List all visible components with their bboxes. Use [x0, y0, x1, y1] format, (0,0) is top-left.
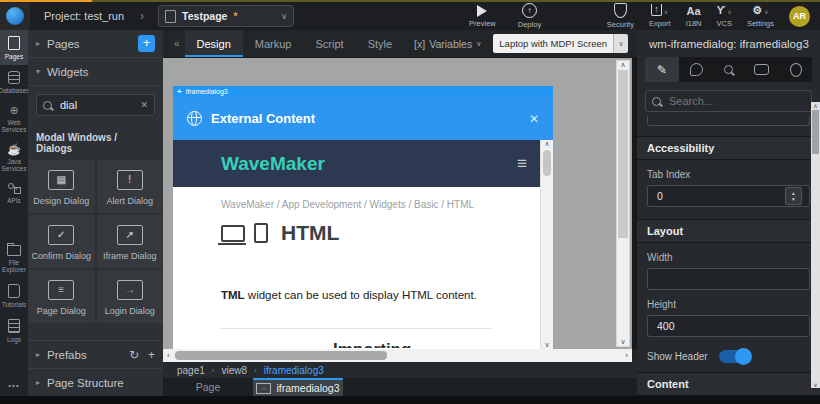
tab-properties-pencil-icon[interactable]: ✎	[645, 57, 679, 82]
search-icon	[43, 101, 52, 110]
scrollbar-thumb[interactable]	[175, 351, 387, 360]
widget-search-input[interactable]	[58, 98, 134, 112]
widget-design-dialog[interactable]: ▤ Design Dialog	[28, 160, 95, 213]
topbar-right-cluster: Security ↑∨ Export Aa I18N ϒ∨ VCS ⚙∨ Set…	[607, 3, 820, 29]
widgets-section-header[interactable]: ▾ Widgets	[28, 58, 163, 86]
breadcrumb-iframedialog3[interactable]: iframedialog3	[264, 365, 324, 376]
gear-icon: ⚙	[752, 4, 762, 16]
bottom-tab-iframedialog3[interactable]: ↔ iframedialog3	[253, 378, 343, 396]
device-selector[interactable]: Laptop with MDPI Screen ∨	[493, 34, 628, 53]
canvas-vertical-scrollbar[interactable]: ∧ ∨	[616, 60, 630, 347]
rail-more-button[interactable]: •••	[0, 375, 28, 396]
tab-script[interactable]: Script	[304, 30, 356, 57]
iframe-body: WaveMaker / App Development / Widgets / …	[173, 187, 553, 348]
scroll-up-icon[interactable]: ∧	[544, 140, 549, 148]
section-content[interactable]: Content	[637, 372, 820, 396]
widget-iframe-dialog[interactable]: ↗ Iframe Dialog	[97, 215, 164, 268]
stepper-down-icon[interactable]: ▾	[792, 196, 795, 202]
rail-item-databases[interactable]: Databases	[0, 65, 28, 99]
selected-widget-tag[interactable]: + iframedialog3	[173, 86, 553, 97]
clear-search-icon[interactable]: ✕	[140, 100, 148, 110]
chevron-down-icon: ∨	[281, 12, 287, 21]
rail-item-apis[interactable]: APIs	[0, 177, 28, 209]
rail-item-java-services[interactable]: ☕ Java Services	[0, 138, 28, 177]
widget-search-box[interactable]: ✕	[36, 94, 155, 116]
add-prefab-icon[interactable]: +	[148, 349, 155, 361]
width-input[interactable]	[655, 272, 802, 286]
height-field[interactable]	[647, 315, 810, 337]
property-search-input[interactable]	[667, 94, 805, 108]
caret-down-icon: ∨	[764, 8, 768, 15]
export-button[interactable]: ↑∨ Export	[649, 4, 671, 28]
tab-design[interactable]: Design	[185, 30, 243, 57]
vcs-button[interactable]: ϒ∨ VCS	[716, 4, 731, 28]
scroll-down-icon[interactable]: ∨	[544, 341, 549, 349]
page-selector[interactable]: Testpage * ∨	[158, 5, 294, 27]
scrollbar-thumb[interactable]	[543, 150, 551, 176]
preview-button[interactable]: Preview	[469, 5, 496, 28]
dialog-header[interactable]: External Content ✕	[173, 97, 553, 140]
user-avatar[interactable]: AR	[789, 6, 810, 27]
number-stepper[interactable]: ▴ ▾	[785, 187, 802, 205]
scrollbar-thumb[interactable]	[812, 110, 819, 154]
properties-scrollbar[interactable]: ∧ ∨	[811, 102, 820, 388]
close-icon[interactable]: ✕	[529, 112, 539, 126]
security-shield-icon[interactable]	[790, 63, 802, 77]
scroll-down-icon[interactable]: ∨	[620, 338, 625, 346]
wavemaker-logo[interactable]	[0, 2, 30, 30]
add-page-button[interactable]: +	[138, 35, 155, 52]
width-field[interactable]	[647, 268, 810, 290]
center-workspace: « Design Markup Script Style [x] Variabl…	[163, 30, 637, 396]
canvas-horizontal-scrollbar[interactable]: ‹ ›	[163, 349, 632, 362]
scroll-up-icon[interactable]: ∧	[813, 102, 817, 109]
i18n-button[interactable]: Aa I18N	[686, 5, 702, 28]
prefabs-section-header[interactable]: ▸ Prefabs ↻ +	[28, 340, 163, 369]
canvas-page[interactable]: + iframedialog3 External Content ✕ WaveM…	[173, 86, 553, 349]
pages-section-header[interactable]: ▸ Pages +	[28, 30, 163, 58]
show-header-toggle[interactable]	[719, 350, 751, 363]
property-search-box[interactable]	[645, 90, 812, 112]
rail-item-file-explorer[interactable]: File Explorer	[0, 236, 28, 278]
tab-index-field[interactable]: ▴ ▾	[647, 185, 810, 207]
shield-icon	[614, 3, 627, 18]
widget-page-dialog[interactable]: ≡ Page Dialog	[28, 270, 95, 323]
property-search-wrap	[645, 90, 812, 112]
breadcrumb-view8[interactable]: view8	[221, 365, 247, 376]
settings-button[interactable]: ⚙∨ Settings	[747, 4, 774, 28]
hamburger-menu-icon[interactable]: ≡	[517, 154, 527, 174]
widget-search-wrap: ✕	[28, 86, 163, 124]
iframe-scrollbar[interactable]: ∧ ∨	[540, 140, 553, 349]
widget-login-dialog[interactable]: → Login Dialog	[97, 270, 164, 323]
rail-label: APIs	[7, 197, 21, 204]
bottom-tab-page[interactable]: Page	[163, 378, 253, 396]
tab-index-input[interactable]	[655, 189, 781, 203]
scroll-up-icon[interactable]: ∧	[620, 61, 625, 69]
rail-item-tutorials[interactable]: Tutorials	[0, 278, 28, 313]
variables-button[interactable]: [x] Variables ∨	[414, 38, 481, 50]
rail-item-pages[interactable]: Pages	[0, 30, 28, 65]
security-button[interactable]: Security	[607, 3, 634, 29]
breadcrumb-page1[interactable]: page1	[177, 365, 205, 376]
collapse-left-panel-button[interactable]: «	[169, 38, 185, 49]
tab-markup[interactable]: Markup	[243, 30, 304, 57]
widget-alert-dialog[interactable]: ! Alert Dialog	[97, 160, 164, 213]
styles-palette-icon[interactable]	[690, 63, 703, 76]
section-layout[interactable]: Layout	[637, 219, 820, 243]
deploy-button[interactable]: ↑ Deploy	[518, 3, 541, 29]
refresh-icon[interactable]: ↻	[129, 349, 139, 361]
advanced-search-icon[interactable]	[724, 65, 733, 74]
design-canvas[interactable]: + iframedialog3 External Content ✕ WaveM…	[163, 58, 637, 349]
device-properties-icon[interactable]	[754, 64, 769, 75]
rail-item-logs[interactable]: Logs	[0, 313, 28, 348]
scroll-left-icon[interactable]: ‹	[167, 351, 170, 360]
scroll-right-icon[interactable]: ›	[625, 351, 628, 360]
scroll-down-icon[interactable]: ∨	[813, 381, 817, 388]
scrollbar-thumb[interactable]	[618, 70, 628, 238]
rail-item-web-services[interactable]: ⊕ Web Services	[0, 99, 28, 138]
move-icon[interactable]: +	[177, 87, 182, 96]
section-accessibility[interactable]: Accessibility	[637, 136, 820, 160]
tab-style[interactable]: Style	[356, 30, 404, 57]
widget-confirm-dialog[interactable]: ✓ Confirm Dialog	[28, 215, 95, 268]
height-input[interactable]	[655, 319, 802, 333]
page-structure-section-header[interactable]: ▸ Page Structure	[28, 369, 163, 396]
